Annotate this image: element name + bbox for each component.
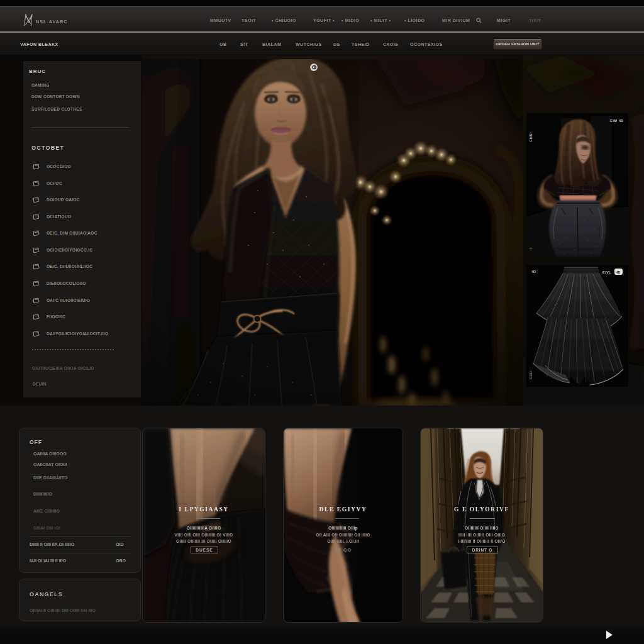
svg-text:EIVL: EIVL	[602, 270, 611, 274]
svg-text:CHS!: CHS!	[529, 132, 533, 142]
svg-text:4D: 4D	[619, 119, 623, 123]
svg-text:III: III	[530, 247, 533, 250]
svg-text:4D: 4D	[531, 270, 536, 274]
svg-text:EIM: EIM	[610, 119, 617, 123]
svg-text:SIEEI: SIEEI	[530, 370, 533, 379]
svg-text:4D: 4D	[616, 270, 621, 274]
